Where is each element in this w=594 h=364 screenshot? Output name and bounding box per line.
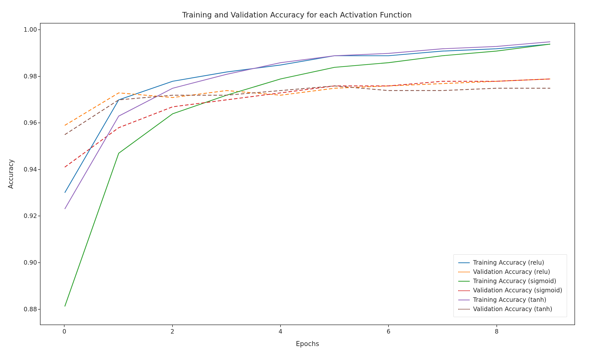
chart-title: Training and Validation Accuracy for eac… [0, 10, 594, 19]
y-tick-mark [38, 76, 40, 77]
legend-entry: Training Accuracy (relu) [458, 258, 562, 267]
y-tick-label: 0.96 [10, 119, 37, 126]
x-tick-mark [496, 325, 497, 327]
y-tick-label: 0.98 [10, 73, 37, 80]
x-tick-label: 4 [278, 328, 282, 335]
legend-entry: Training Accuracy (sigmoid) [458, 277, 562, 286]
legend-swatch [458, 300, 470, 300]
legend-entry: Validation Accuracy (relu) [458, 267, 562, 277]
y-tick-mark [38, 216, 40, 216]
y-tick-label: 0.90 [10, 259, 37, 266]
legend-label: Training Accuracy (relu) [473, 258, 544, 267]
y-tick-label: 0.88 [10, 306, 37, 313]
x-tick-label: 8 [495, 328, 498, 335]
y-tick-mark [38, 169, 40, 170]
y-tick-label: 0.92 [10, 212, 37, 219]
axes: Training Accuracy (relu)Validation Accur… [40, 23, 575, 325]
x-tick-mark [388, 325, 389, 327]
x-tick-mark [64, 325, 64, 327]
series-line [65, 79, 550, 125]
legend-swatch [458, 272, 470, 272]
legend-label: Training Accuracy (tanh) [473, 295, 546, 305]
legend-entry: Validation Accuracy (sigmoid) [458, 286, 562, 295]
series-line [65, 42, 550, 209]
series-line [65, 44, 550, 193]
x-tick-label: 6 [387, 328, 390, 335]
legend: Training Accuracy (relu)Validation Accur… [454, 254, 567, 317]
y-tick-mark [38, 29, 40, 30]
legend-label: Training Accuracy (sigmoid) [473, 277, 556, 286]
y-tick-mark [38, 309, 40, 310]
legend-swatch [458, 309, 470, 310]
y-tick-mark [38, 262, 40, 263]
x-tick-label: 2 [170, 328, 174, 335]
y-tick-label: 1.00 [10, 26, 37, 33]
legend-entry: Validation Accuracy (tanh) [458, 305, 562, 314]
x-tick-mark [172, 325, 173, 327]
legend-swatch [458, 262, 470, 263]
legend-entry: Training Accuracy (tanh) [458, 295, 562, 305]
legend-label: Validation Accuracy (tanh) [473, 305, 552, 314]
y-tick-label: 0.94 [10, 166, 37, 173]
y-axis-label: Accuracy [7, 23, 14, 325]
legend-swatch [458, 281, 470, 282]
figure: Training and Validation Accuracy for eac… [0, 0, 594, 364]
x-tick-label: 0 [62, 328, 66, 335]
legend-swatch [458, 290, 470, 291]
legend-label: Validation Accuracy (sigmoid) [473, 286, 562, 295]
series-line [65, 79, 550, 167]
legend-label: Validation Accuracy (relu) [473, 267, 550, 277]
x-tick-mark [280, 325, 281, 327]
y-tick-mark [38, 123, 40, 123]
x-axis-label: Epochs [40, 340, 575, 348]
